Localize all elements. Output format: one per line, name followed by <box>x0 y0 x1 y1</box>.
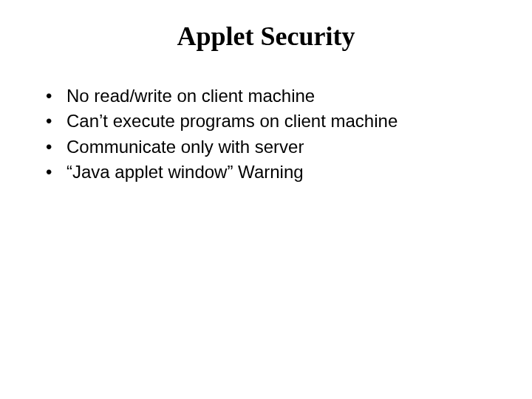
list-item: No read/write on client machine <box>46 84 502 108</box>
slide: Applet Security No read/write on client … <box>0 0 532 399</box>
list-item: “Java applet window” Warning <box>46 160 502 184</box>
list-item: Communicate only with server <box>46 135 502 159</box>
slide-title: Applet Security <box>30 21 502 52</box>
bullet-list: No read/write on client machine Can’t ex… <box>30 84 502 185</box>
list-item: Can’t execute programs on client machine <box>46 109 502 133</box>
